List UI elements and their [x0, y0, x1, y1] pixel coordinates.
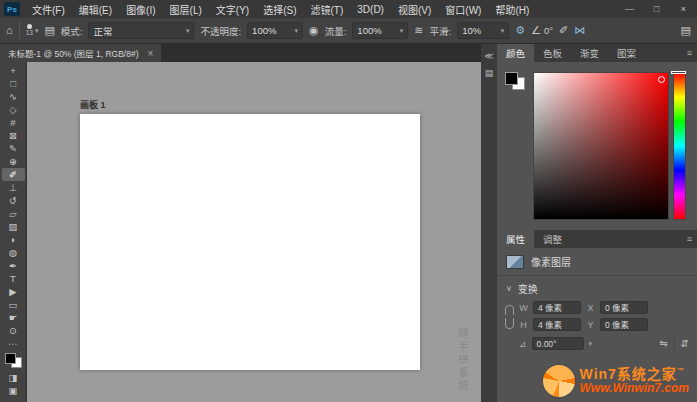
- tool-lasso[interactable]: ∿: [2, 90, 25, 103]
- tool-hand[interactable]: ☛: [2, 311, 25, 324]
- airbrush-icon[interactable]: ≋: [414, 25, 423, 36]
- smoothing-dropdown[interactable]: 10% ▾: [457, 22, 509, 39]
- foreground-color-swatch[interactable]: [505, 72, 518, 85]
- menu-layer[interactable]: 图层(L): [163, 0, 209, 18]
- brush-preset-picker[interactable]: 13 ▾: [26, 24, 39, 37]
- flow-dropdown[interactable]: 100% ▾: [352, 22, 408, 39]
- y-label: Y: [586, 320, 595, 330]
- panel-menu-icon[interactable]: ≡: [687, 234, 692, 244]
- document-tab[interactable]: 未标题-1 @ 50% (图层 1, RGB/8#) ×: [0, 44, 161, 62]
- properties-panel-tabs: 属性 调整 ≡: [497, 230, 697, 248]
- tool-frame[interactable]: ⊠: [2, 129, 25, 142]
- transform-section-header[interactable]: ∨ 变换: [497, 276, 697, 299]
- tool-rectangle-shape[interactable]: ▭: [2, 298, 25, 311]
- tool-rectangular-marquee[interactable]: □: [2, 77, 25, 90]
- brush-angle-control[interactable]: ∠ 0°: [531, 25, 553, 36]
- tool-clone-stamp[interactable]: ⊥: [2, 181, 25, 194]
- brush-size-value: 13: [26, 30, 33, 37]
- tool-pen[interactable]: ✒: [2, 259, 25, 272]
- edit-toolbar-button[interactable]: ⋯: [2, 337, 25, 350]
- close-button[interactable]: ×: [670, 0, 697, 18]
- tool-dodge[interactable]: ◍: [2, 246, 25, 259]
- tool-blur[interactable]: ◗: [2, 233, 25, 246]
- foreground-color-swatch[interactable]: [5, 353, 16, 364]
- tool-type[interactable]: T: [2, 272, 25, 285]
- tab-color[interactable]: 颜色: [497, 44, 534, 62]
- photoshop-logo-icon: Ps: [4, 2, 20, 16]
- menu-help[interactable]: 帮助(H): [488, 0, 536, 18]
- options-panel-toggle-icon[interactable]: ▤: [681, 25, 691, 36]
- minimize-button[interactable]: —: [616, 0, 643, 18]
- color-panel-tabs: 颜色 色板 渐变 图案 ≡: [497, 44, 697, 62]
- separator: [674, 338, 675, 350]
- blend-mode-dropdown[interactable]: 正常 ▾: [88, 22, 194, 39]
- foreground-background-swatches[interactable]: [5, 353, 22, 368]
- hue-slider[interactable]: [673, 72, 686, 220]
- flow-label: 流量:: [325, 24, 347, 38]
- screen-mode-button[interactable]: ▣: [2, 384, 25, 397]
- smoothing-options-gear-icon[interactable]: ⚙: [515, 25, 525, 36]
- tool-eyedropper[interactable]: ✎: [2, 142, 25, 155]
- opacity-dropdown[interactable]: 100% ▾: [247, 22, 303, 39]
- width-field[interactable]: 4 像素: [533, 301, 581, 314]
- collapsed-panel-icon[interactable]: ▤: [485, 68, 494, 78]
- tool-eraser[interactable]: ▱: [2, 207, 25, 220]
- chevron-down-icon: ∨: [506, 284, 512, 293]
- tab-swatches[interactable]: 色板: [534, 44, 571, 62]
- menu-3d[interactable]: 3D(D): [350, 0, 391, 18]
- artboard-label[interactable]: 画板 1: [80, 98, 106, 111]
- tool-brush[interactable]: ✐: [2, 168, 25, 181]
- x-label: X: [586, 303, 595, 313]
- collapse-panels-icon[interactable]: ≪: [484, 51, 493, 61]
- menu-view[interactable]: 视图(V): [391, 0, 438, 18]
- site-watermark: Win7系统之家™ Www.Winwin7.com: [543, 365, 689, 397]
- paint-symmetry-icon[interactable]: ⋈: [574, 25, 585, 36]
- menu-file[interactable]: 文件(F): [25, 0, 72, 18]
- menu-select[interactable]: 选择(S): [256, 0, 303, 18]
- saturation-brightness-picker[interactable]: [533, 72, 669, 220]
- color-picker-cursor[interactable]: [658, 76, 665, 83]
- menu-image[interactable]: 图像(I): [119, 0, 162, 18]
- canvas-workspace[interactable]: 画板 1 随手拼系统: [27, 62, 481, 402]
- panel-menu-icon[interactable]: ≡: [687, 48, 692, 58]
- x-field[interactable]: 0 像素: [600, 301, 648, 314]
- pressure-size-icon[interactable]: ✐: [559, 25, 568, 36]
- tool-crop[interactable]: #: [2, 116, 25, 129]
- rotation-field[interactable]: 0.00°: [532, 337, 584, 350]
- link-dimensions-icon[interactable]: [505, 305, 514, 329]
- tool-zoom[interactable]: ⊙: [2, 324, 25, 337]
- pressure-opacity-icon[interactable]: ◉: [309, 25, 319, 36]
- tool-path-selection[interactable]: ▶: [2, 285, 25, 298]
- tab-gradients[interactable]: 渐变: [571, 44, 608, 62]
- maximize-button[interactable]: □: [643, 0, 670, 18]
- layer-type-label: 像素图层: [531, 254, 571, 269]
- menu-filter[interactable]: 滤镜(T): [304, 0, 351, 18]
- flip-vertical-icon[interactable]: ⇵: [681, 338, 689, 349]
- tool-spot-healing[interactable]: ⊕: [2, 155, 25, 168]
- hue-slider-marker[interactable]: [671, 71, 686, 74]
- menu-type[interactable]: 文字(Y): [209, 0, 256, 18]
- quick-mask-button[interactable]: ◨: [2, 371, 25, 384]
- artboard-canvas[interactable]: [80, 114, 420, 370]
- document-tab-title: 未标题-1 @ 50% (图层 1, RGB/8#): [8, 47, 139, 59]
- tool-gradient[interactable]: ▨: [2, 220, 25, 233]
- tab-adjustments[interactable]: 调整: [534, 230, 571, 248]
- blend-mode-value: 正常: [93, 24, 112, 38]
- tool-object-selection[interactable]: ◇: [2, 103, 25, 116]
- tab-properties[interactable]: 属性: [497, 230, 534, 248]
- winwin7-logo: [543, 365, 575, 397]
- rotation-row: ⊿ 0.00° ▾ ⇋ ⇵: [497, 333, 697, 352]
- height-field[interactable]: 4 像素: [533, 318, 581, 331]
- menu-window[interactable]: 窗口(W): [438, 0, 488, 18]
- close-icon[interactable]: ×: [148, 48, 154, 59]
- menu-edit[interactable]: 编辑(E): [72, 0, 119, 18]
- tool-move[interactable]: +: [2, 64, 25, 77]
- color-panel-swatches[interactable]: [505, 72, 525, 90]
- tab-patterns[interactable]: 图案: [608, 44, 645, 62]
- brush-settings-panel-icon[interactable]: ▤: [44, 25, 54, 36]
- home-icon[interactable]: ⌂: [6, 25, 13, 36]
- flip-horizontal-icon[interactable]: ⇋: [659, 338, 667, 349]
- tool-history-brush[interactable]: ↺: [2, 194, 25, 207]
- y-field[interactable]: 0 像素: [600, 318, 648, 331]
- brush-angle-value: 0°: [544, 25, 553, 36]
